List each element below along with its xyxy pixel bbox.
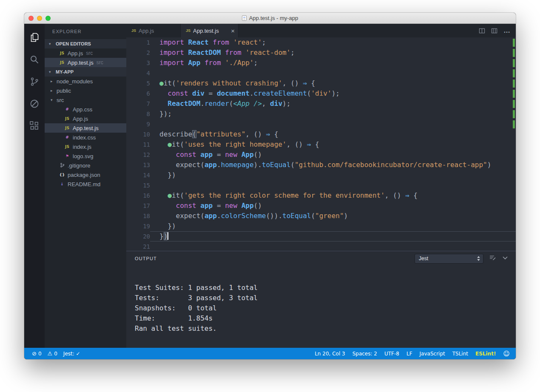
line-number[interactable]: 16 <box>126 190 150 201</box>
code-line[interactable]: 3import App from './App'; <box>126 58 516 68</box>
code-line[interactable]: 4 <box>126 68 516 78</box>
open-editor-item[interactable]: JSApp.jssrc <box>45 48 126 58</box>
project-header[interactable]: ▾ MY-APP <box>45 67 126 77</box>
git-file-icon <box>59 162 65 169</box>
split-editor-icon[interactable] <box>479 28 485 34</box>
code-editor[interactable]: 1import React from 'react';2import React… <box>126 37 516 251</box>
line-number[interactable]: 13 <box>126 160 150 170</box>
status-item[interactable]: ESLint! <box>475 351 496 357</box>
status-item[interactable]: UTF-8 <box>384 351 399 357</box>
more-actions-icon[interactable]: … <box>503 27 511 34</box>
activity-source-control[interactable] <box>24 71 45 94</box>
tree-folder[interactable]: ▾src <box>45 95 126 105</box>
code-line[interactable]: 9 <box>126 119 516 129</box>
activity-debug[interactable] <box>24 94 45 116</box>
clear-output-icon[interactable] <box>489 254 496 263</box>
line-number[interactable]: 3 <box>126 58 150 68</box>
line-number[interactable]: 14 <box>126 170 150 180</box>
open-editor-item[interactable]: JSApp.test.jssrc <box>45 58 126 67</box>
tree-item[interactable]: #App.css <box>45 105 126 114</box>
line-number[interactable]: 1 <box>126 37 150 48</box>
toggle-layout-icon[interactable] <box>491 28 497 34</box>
tree-item[interactable]: JSindex.js <box>45 142 126 151</box>
zoom-window-button[interactable] <box>45 16 51 21</box>
line-number[interactable]: 7 <box>126 99 150 109</box>
code-line[interactable]: 1import React from 'react'; <box>126 37 516 48</box>
line-number[interactable]: 17 <box>126 201 150 211</box>
tree-item[interactable]: ↓README.md <box>45 179 126 189</box>
tree-item[interactable]: ⚑logo.svg <box>45 151 126 161</box>
close-tab-icon[interactable]: × <box>231 28 235 34</box>
jest-status[interactable]: Jest: ✓ <box>63 351 80 357</box>
tree-item[interactable]: JSApp.test.js <box>45 123 126 133</box>
tree-item[interactable]: .gitignore <box>45 161 126 170</box>
line-number[interactable]: 4 <box>126 68 150 78</box>
code-token: ( <box>290 161 295 169</box>
tree-folder[interactable]: ▸public <box>45 86 126 95</box>
line-number[interactable]: 6 <box>126 88 150 99</box>
code-line[interactable]: 12 const app = new App() <box>126 150 516 160</box>
minimize-window-button[interactable] <box>37 16 42 21</box>
activity-search[interactable] <box>24 49 45 71</box>
tree-folder[interactable]: ▸node_modules <box>45 77 126 86</box>
error-count[interactable]: ⊘ 0 <box>32 350 42 357</box>
warning-count[interactable]: ⚠ 0 <box>48 350 57 357</box>
code-line[interactable]: 8}); <box>126 109 516 119</box>
line-number[interactable]: 10 <box>126 129 150 139</box>
code-line[interactable]: 21 <box>126 241 516 251</box>
output-content[interactable]: Test Suites: 1 passed, 1 totalTests: 3 p… <box>126 266 516 348</box>
line-number[interactable]: 12 <box>126 150 150 160</box>
tree-item[interactable]: JSApp.js <box>45 114 126 123</box>
tree-item[interactable]: {}package.json <box>45 170 126 179</box>
code-line[interactable]: 2import ReactDOM from 'react-dom'; <box>126 48 516 58</box>
code-line[interactable]: 20}) <box>126 231 516 241</box>
status-item[interactable]: Spaces: 2 <box>352 351 377 357</box>
line-number[interactable]: 18 <box>126 211 150 221</box>
status-item[interactable]: JavaScript <box>420 351 445 357</box>
code-line[interactable]: 6 const div = document.createElement('di… <box>126 88 516 99</box>
code-line[interactable]: 16 ●it('gets the right color scheme for … <box>126 190 516 201</box>
code-line[interactable]: 19 }) <box>126 221 516 231</box>
line-number[interactable]: 15 <box>126 180 150 190</box>
code-line[interactable]: 17 const app = new App() <box>126 201 516 211</box>
line-number[interactable]: 8 <box>126 109 150 119</box>
activity-extensions[interactable] <box>24 116 45 138</box>
overview-ruler[interactable] <box>512 37 515 251</box>
code-line[interactable]: 10describe("attributes", () ⇒ { <box>126 129 516 139</box>
tab-output[interactable]: OUTPUT <box>135 256 157 261</box>
code-line[interactable]: 11 ●it('uses the right homepage', () ⇒ { <box>126 139 516 150</box>
titlebar[interactable]: App.test.js - my-app <box>24 13 516 24</box>
status-item[interactable]: Ln 20, Col 3 <box>315 351 345 357</box>
code-line[interactable]: 14 }) <box>126 170 516 180</box>
activity-explorer[interactable] <box>24 27 45 49</box>
code-token <box>159 89 168 97</box>
line-number[interactable]: 21 <box>126 241 150 251</box>
output-channel-select[interactable]: Jest <box>415 254 483 264</box>
tree-item[interactable]: #index.css <box>45 133 126 142</box>
close-window-button[interactable] <box>28 16 34 21</box>
line-number[interactable]: 20 <box>126 231 150 241</box>
tree-item-label: package.json <box>68 172 100 178</box>
code-token: ). <box>254 161 262 169</box>
status-item[interactable]: TSLint <box>452 351 468 357</box>
code-line[interactable]: 18 expect(app.colorScheme()).toEqual("gr… <box>126 211 516 221</box>
line-number[interactable]: 11 <box>126 139 150 150</box>
open-editor-label: App.test.js <box>68 60 94 66</box>
code-line[interactable]: 7 ReactDOM.render(<App />, div); <box>126 99 516 109</box>
line-content: expect(app.colorScheme()).toEqual("green… <box>150 211 516 221</box>
open-editors-header[interactable]: ▾ OPEN EDITORS <box>45 39 126 48</box>
line-number[interactable]: 2 <box>126 48 150 58</box>
code-line[interactable]: 13 expect(app.homepage).toEqual("github.… <box>126 160 516 170</box>
editor-tab[interactable]: JSApp.test.js× <box>181 24 239 37</box>
line-number[interactable]: 5 <box>126 78 150 88</box>
feedback-smiley-icon[interactable]: ☺ <box>503 350 510 358</box>
line-number[interactable]: 19 <box>126 221 150 231</box>
code-line[interactable]: 5●it('renders without crashing', () ⇒ { <box>126 78 516 88</box>
line-number[interactable]: 9 <box>126 119 150 129</box>
collapse-panel-icon[interactable] <box>501 254 509 263</box>
test-pass-dot-icon: ● <box>159 79 164 87</box>
code-line[interactable]: 15 <box>126 180 516 190</box>
explorer-title: EXPLORER <box>45 24 126 39</box>
editor-tab[interactable]: JSApp.js <box>126 24 181 37</box>
status-item[interactable]: LF <box>406 351 412 357</box>
